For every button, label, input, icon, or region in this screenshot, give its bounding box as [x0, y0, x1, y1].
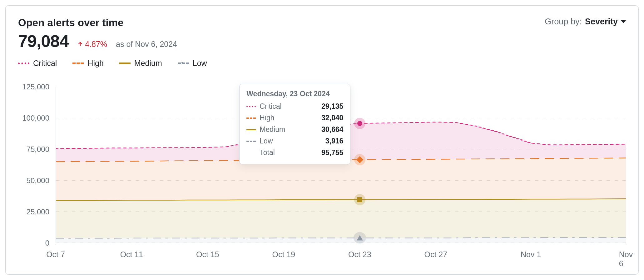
group-by-label: Group by: [545, 17, 582, 27]
y-tick: 50,000 [27, 176, 49, 185]
x-tick: Oct 7 [46, 250, 65, 259]
chart-tooltip: Wednesday, 23 Oct 2024 Critical29,135 Hi… [239, 84, 350, 164]
x-tick: Oct 11 [120, 250, 143, 259]
legend-critical[interactable]: Critical [18, 59, 57, 68]
line-dashed-icon [72, 62, 84, 64]
card-title: Open alerts over time [18, 17, 177, 29]
line-dashdot-icon [178, 62, 189, 64]
trend-percent: 4.87% [85, 40, 107, 49]
group-by-dropdown[interactable]: Group by: Severity [545, 17, 626, 27]
line-dotted-icon [18, 62, 29, 64]
y-tick: 25,000 [27, 208, 49, 216]
plot-area[interactable]: Wednesday, 23 Oct 2024 Critical29,135 Hi… [56, 87, 626, 243]
legend: Critical High Medium Low [18, 59, 626, 68]
y-tick: 100,000 [22, 114, 49, 122]
line-solid-icon [246, 129, 256, 130]
marker-high [357, 157, 362, 162]
x-tick: Oct 27 [424, 250, 448, 259]
total-count: 79,084 [18, 31, 69, 51]
chart[interactable]: 0 25,000 50,000 75,000 100,000 125,000 W… [18, 87, 626, 262]
line-dotted-icon [246, 106, 256, 107]
trend-up-badge: 4.87% [77, 40, 107, 49]
arrow-up-icon [77, 41, 83, 47]
line-solid-icon [119, 62, 131, 64]
open-alerts-card: Open alerts over time 79,084 4.87% as of… [5, 5, 639, 275]
legend-low[interactable]: Low [178, 59, 207, 68]
y-tick: 125,000 [22, 82, 49, 91]
x-tick: Oct 15 [196, 250, 219, 259]
y-tick: 0 [45, 239, 49, 248]
marker-medium [357, 197, 362, 202]
group-by-value: Severity [585, 17, 618, 27]
tooltip-date: Wednesday, 23 Oct 2024 [246, 90, 343, 98]
line-dashed-icon [246, 118, 256, 119]
marker-critical [357, 121, 362, 126]
legend-high[interactable]: High [72, 59, 103, 68]
x-axis-labels: Oct 7Oct 11Oct 15Oct 19Oct 23Oct 27Nov 1… [56, 246, 626, 262]
y-axis-labels: 0 25,000 50,000 75,000 100,000 125,000 [18, 87, 52, 243]
x-tick: Nov 6 [619, 250, 633, 268]
x-tick: Oct 23 [348, 250, 371, 259]
y-tick: 75,000 [27, 145, 49, 154]
line-dashdot-icon [246, 141, 256, 142]
x-tick: Oct 19 [272, 250, 295, 259]
legend-medium[interactable]: Medium [119, 59, 162, 68]
marker-low [357, 235, 363, 241]
as-of-text: as of Nov 6, 2024 [116, 40, 177, 49]
chevron-down-icon [621, 20, 626, 23]
x-tick: Nov 1 [521, 250, 541, 259]
